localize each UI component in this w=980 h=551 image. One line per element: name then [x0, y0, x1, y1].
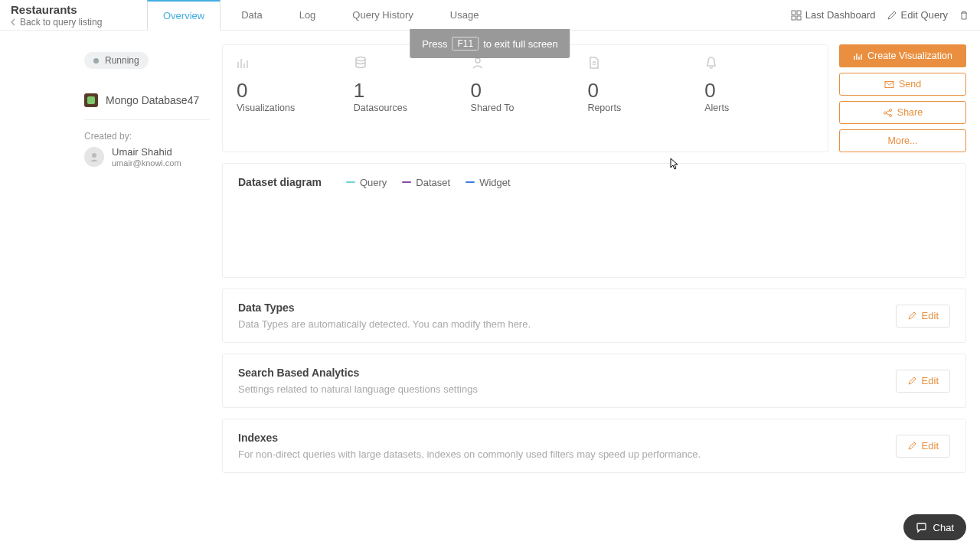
created-by-label: Created by: — [84, 131, 210, 142]
tab-data[interactable]: Data — [225, 0, 278, 31]
pencil-icon — [907, 441, 917, 451]
card-subtitle: For non-direct queries with large datase… — [238, 448, 701, 460]
legend-label: Widget — [479, 177, 510, 188]
delete-button[interactable] — [959, 10, 969, 21]
datasource-name: Mongo Database47 — [106, 94, 199, 106]
tabs: Overview Data Log Query History Usage — [147, 0, 495, 31]
stats-card: 0 Visualizations 1 Datasources 0 Shared … — [222, 44, 828, 152]
overlay-post: to exit full screen — [483, 38, 558, 50]
edit-indexes-button[interactable]: Edit — [896, 435, 950, 458]
stat-label: Datasources — [354, 103, 463, 113]
more-button[interactable]: More... — [839, 129, 966, 152]
edit-data-types-button[interactable]: Edit — [896, 305, 950, 328]
button-label: Share — [897, 107, 923, 118]
cursor-icon — [670, 158, 679, 174]
indexes-card: Indexes For non-direct queries with larg… — [222, 419, 966, 473]
mail-icon — [884, 80, 894, 90]
legend-swatch — [402, 181, 411, 183]
legend-swatch — [466, 181, 475, 183]
edit-sba-button[interactable]: Edit — [896, 370, 950, 393]
stat-label: Reports — [587, 103, 697, 113]
svg-rect-3 — [797, 16, 801, 20]
stat-shared-to: 0 Shared To — [471, 56, 580, 138]
button-label: Send — [899, 79, 921, 90]
search-analytics-card: Search Based Analytics Settings related … — [222, 354, 966, 408]
chevron-left-icon — [11, 18, 15, 26]
create-visualization-button[interactable]: Create Visualization — [839, 44, 966, 67]
card-title: Data Types — [238, 302, 531, 314]
fullscreen-overlay: Press F11 to exit full screen — [410, 29, 570, 58]
legend-item-query: Query — [346, 177, 387, 188]
card-subtitle: Data Types are automatically detected. Y… — [238, 318, 531, 330]
back-link[interactable]: Back to query listing — [11, 17, 102, 28]
legend-label: Query — [360, 177, 387, 188]
edit-query-link[interactable]: Edit Query — [887, 9, 948, 21]
stat-datasources: 1 Datasources — [354, 56, 463, 138]
database-icon — [354, 56, 368, 70]
top-bar: Restaurants Back to query listing Overvi… — [0, 0, 980, 31]
pencil-icon — [907, 376, 917, 386]
user-icon — [89, 152, 100, 162]
status-dot-icon — [93, 58, 99, 64]
user-name: Umair Shahid — [112, 146, 181, 158]
chat-button[interactable]: Chat — [903, 514, 966, 540]
stat-value: 0 — [237, 79, 346, 103]
bar-chart-icon — [237, 56, 250, 70]
status-label: Running — [105, 55, 139, 66]
diagram-body — [238, 188, 950, 265]
button-label: Edit — [922, 310, 939, 321]
send-button[interactable]: Send — [839, 73, 966, 96]
legend-item-widget: Widget — [466, 177, 510, 188]
bar-chart-icon — [853, 51, 863, 61]
stat-visualizations: 0 Visualizations — [237, 56, 346, 138]
button-label: Edit — [922, 375, 939, 386]
last-dashboard-label: Last Dashboard — [805, 9, 876, 21]
avatar — [84, 147, 104, 167]
grid-icon — [791, 10, 802, 21]
edit-query-label: Edit Query — [901, 9, 948, 21]
card-title: Search Based Analytics — [238, 367, 478, 379]
sidebar: Running Mongo Database47 Created by: Uma… — [0, 31, 222, 551]
mongo-icon — [84, 93, 98, 107]
svg-rect-2 — [792, 16, 795, 20]
dataset-diagram-card: Dataset diagram Query Dataset Widget — [222, 163, 966, 278]
tab-query-history[interactable]: Query History — [336, 0, 429, 31]
divider — [84, 119, 210, 120]
overlay-key: F11 — [452, 37, 479, 51]
bell-icon — [704, 56, 718, 70]
legend-item-dataset: Dataset — [402, 177, 450, 188]
tab-log[interactable]: Log — [283, 0, 332, 31]
document-icon — [587, 56, 601, 70]
datasource-row[interactable]: Mongo Database47 — [84, 93, 210, 107]
stat-label: Shared To — [471, 103, 580, 113]
legend-swatch — [346, 181, 355, 183]
status-pill: Running — [84, 52, 149, 69]
chat-label: Chat — [933, 522, 954, 533]
trash-icon — [959, 10, 969, 21]
last-dashboard-link[interactable]: Last Dashboard — [791, 9, 876, 21]
legend: Query Dataset Widget — [346, 177, 511, 188]
tab-overview[interactable]: Overview — [147, 0, 220, 31]
stat-value: 1 — [354, 79, 463, 103]
svg-rect-0 — [792, 11, 795, 15]
back-link-label: Back to query listing — [20, 17, 102, 28]
stat-value: 0 — [704, 79, 814, 103]
stat-reports: 0 Reports — [587, 56, 697, 138]
share-icon — [883, 108, 893, 118]
card-title: Dataset diagram — [238, 176, 322, 188]
stat-value: 0 — [471, 79, 580, 103]
stat-label: Visualizations — [237, 103, 346, 113]
stat-label: Alerts — [704, 103, 814, 113]
button-label: More... — [888, 135, 918, 146]
button-label: Edit — [922, 440, 939, 452]
pencil-icon — [887, 10, 897, 21]
page-title: Restaurants — [11, 3, 77, 16]
stat-value: 0 — [587, 79, 697, 103]
card-subtitle: Settings related to natural language que… — [238, 383, 478, 395]
svg-point-4 — [92, 153, 96, 158]
tab-usage[interactable]: Usage — [434, 0, 495, 31]
stat-alerts: 0 Alerts — [704, 56, 814, 138]
button-label: Create Visualization — [867, 51, 952, 61]
user-row: Umair Shahid umair@knowi.com — [84, 146, 210, 168]
share-button[interactable]: Share — [839, 101, 966, 124]
